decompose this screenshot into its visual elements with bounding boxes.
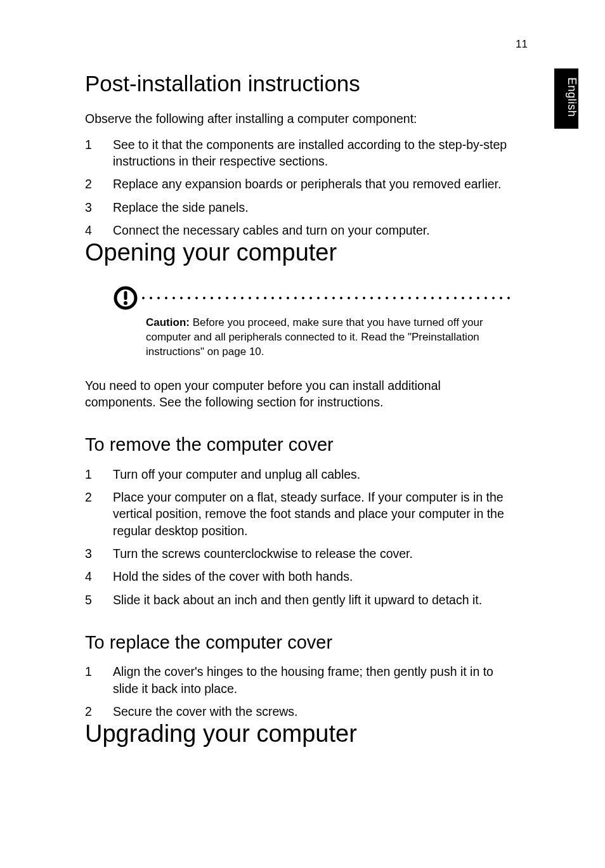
page-number: 11 (516, 38, 528, 51)
list-item: Replace the side panels. (85, 199, 510, 216)
list-item: Secure the cover with the screws. (85, 703, 510, 720)
replace-cover-list: Align the cover's hinges to the housing … (85, 663, 510, 720)
caution-label: Caution: (146, 316, 190, 328)
list-item: Hold the sides of the cover with both ha… (85, 568, 510, 585)
caution-block: Caution: Before you proceed, make sure t… (113, 285, 510, 360)
caution-header (113, 285, 510, 311)
heading-opening-computer: Opening your computer (85, 240, 510, 266)
list-item: Align the cover's hinges to the housing … (85, 663, 510, 697)
page-content: Post-installation instructions Observe t… (85, 68, 510, 767)
list-item: Place your computer on a flat, steady su… (85, 489, 510, 539)
opening-body-paragraph: You need to open your computer before yo… (85, 377, 510, 411)
list-item: Turn the screws counterclockwise to rele… (85, 545, 510, 562)
heading-remove-cover: To remove the computer cover (85, 434, 510, 455)
caution-icon (113, 285, 138, 311)
language-tab: English (554, 68, 578, 129)
list-item: See to it that the components are instal… (85, 136, 510, 170)
list-item: Connect the necessary cables and turn on… (85, 222, 510, 238)
post-install-list: See to it that the components are instal… (85, 136, 510, 239)
heading-post-installation: Post-installation instructions (85, 71, 510, 96)
remove-cover-list: Turn off your computer and unplug all ca… (85, 466, 510, 608)
heading-replace-cover: To replace the computer cover (85, 632, 510, 653)
caution-body: Before you proceed, make sure that you h… (146, 316, 483, 358)
heading-upgrading-computer: Upgrading your computer (85, 721, 510, 748)
svg-rect-1 (124, 291, 127, 300)
svg-point-2 (124, 301, 127, 305)
caution-text: Caution: Before you proceed, make sure t… (146, 316, 510, 360)
list-item: Slide it back about an inch and then gen… (85, 592, 510, 608)
intro-paragraph: Observe the following after installing a… (85, 110, 510, 127)
list-item: Turn off your computer and unplug all ca… (85, 466, 510, 483)
list-item: Replace any expansion boards or peripher… (85, 176, 510, 192)
dotted-rule (140, 297, 510, 299)
